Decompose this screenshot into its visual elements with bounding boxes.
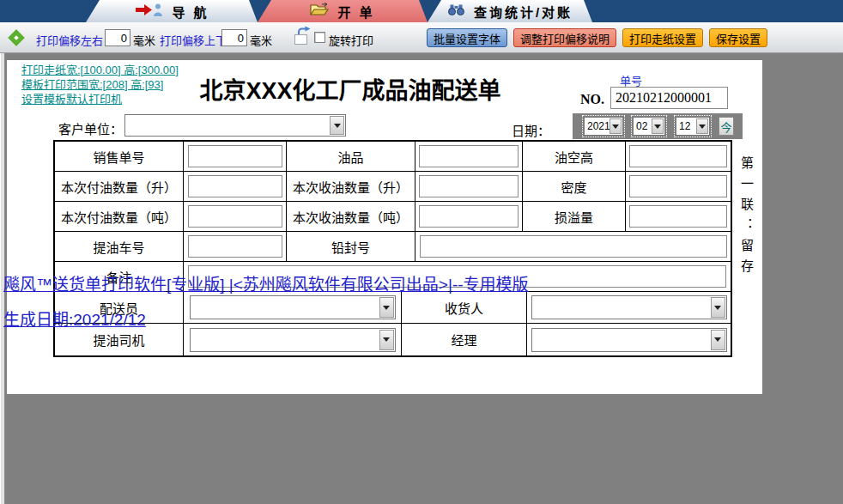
offset-ud-input[interactable] [221, 29, 247, 46]
driver-combo[interactable] [190, 328, 396, 352]
tab-bar: 导 航 开 单 查询统计/对账 [0, 0, 843, 22]
batch-font-button[interactable]: 批量设置字体 [427, 28, 507, 47]
table-row: 提油车号 铅封号 [55, 232, 731, 262]
tab-label: 导 航 [172, 3, 209, 21]
recv-volume-t-label: 本次收油数量（吨） [293, 208, 409, 226]
year-select[interactable]: 2021 [584, 117, 623, 136]
paper-size-link[interactable]: 打印走纸宽:[100.00] 高:[300.00] [21, 63, 179, 77]
day-select[interactable]: 12 [676, 117, 710, 136]
month-value: 02 [636, 120, 647, 132]
tab-query-stats[interactable]: 查询统计/对账 [428, 0, 592, 22]
loss-gain-input[interactable] [629, 205, 727, 228]
density-label: 密度 [561, 178, 586, 196]
customer-combo[interactable] [124, 114, 346, 137]
toolbar-buttons: 批量设置字体 调整打印偏移说明 打印走纸设置 保存设置 [427, 28, 767, 47]
software-watermark: 飚风™送货单打印软件[专业版] |<苏州飚风软件有限公司出品>|--专用模版 [3, 271, 529, 295]
table-row: 本次付油数量（吨） 本次收油数量（吨） 损溢量 [55, 202, 731, 232]
month-select[interactable]: 02 [633, 117, 665, 136]
pay-volume-t-label: 本次付油数量（吨） [61, 208, 177, 226]
truck-no-label: 提油车号 [93, 238, 144, 256]
paper-feed-settings-button[interactable]: 打印走纸设置 [622, 28, 703, 47]
driver-label: 提油司机 [93, 331, 144, 349]
sales-no-input[interactable] [188, 145, 282, 167]
chevron-down-icon[interactable] [696, 118, 708, 134]
order-no-input[interactable] [610, 87, 728, 109]
oil-product-input[interactable] [419, 145, 519, 167]
date-label: 日期： [512, 121, 550, 139]
open-folder-icon [310, 3, 329, 20]
template-canvas: 打印走纸宽:[100.00] 高:[300.00] 模板打印范围宽:[208] … [0, 53, 843, 504]
chevron-down-icon[interactable] [610, 118, 622, 134]
recv-volume-l-label: 本次收油数量（升） [293, 178, 409, 196]
manager-label: 经理 [451, 331, 476, 349]
chevron-down-icon[interactable] [711, 297, 725, 318]
offset-lr-label: 打印偏移左右 [36, 32, 103, 48]
toolbar: 打印偏移左右 毫米 打印偏移上下 毫米 旋转打印 批量设置字体 调整打印偏移说明… [0, 22, 843, 53]
loss-gain-label: 损溢量 [555, 208, 593, 226]
arrow-person-icon [134, 3, 163, 21]
rotate-print-label: 旋转打印 [329, 32, 373, 48]
unit-mm-label: 毫米 [250, 32, 272, 48]
tab-label: 查询统计/对账 [474, 3, 573, 21]
no-label: NO. [580, 92, 604, 107]
date-panel: 2021 02 12 今 [573, 113, 743, 139]
binoculars-icon [447, 3, 465, 19]
today-button[interactable]: 今 [719, 117, 734, 136]
generated-date-watermark: 生成日期:2021/2/12 [3, 307, 146, 330]
table-row: 销售单号 油品 油空高 [55, 142, 731, 172]
truck-no-input[interactable] [188, 235, 282, 258]
sales-no-label: 销售单号 [93, 148, 144, 166]
customer-label: 客户单位： [58, 119, 123, 137]
save-settings-button[interactable]: 保存设置 [709, 28, 767, 47]
year-value: 2021 [587, 120, 610, 132]
green-diamond-icon [5, 27, 27, 49]
seal-no-label: 铅封号 [331, 238, 370, 256]
print-template-page: 打印走纸宽:[100.00] 高:[300.00] 模板打印范围宽:[208] … [7, 60, 762, 394]
copy-number-label: 第一联：留存 [737, 156, 755, 280]
density-input[interactable] [629, 175, 727, 197]
default-printer-link[interactable]: 设置模板默认打印机 [21, 92, 179, 106]
rotate-page-icon [292, 26, 312, 50]
tab-create-order[interactable]: 开 单 [258, 0, 428, 22]
recv-volume-l-input[interactable] [419, 175, 519, 197]
adjust-offset-help-button[interactable]: 调整打印偏移说明 [513, 28, 616, 47]
receiver-label: 收货人 [445, 299, 483, 317]
offset-lr-input[interactable] [105, 29, 130, 46]
table-row: 本次付油数量（升） 本次收油数量（升） 密度 [55, 172, 731, 202]
receiver-combo[interactable] [531, 295, 727, 319]
oil-empty-height-label: 油空高 [555, 148, 593, 166]
manager-combo[interactable] [531, 328, 727, 352]
rotate-print-checkbox[interactable] [314, 32, 325, 43]
oil-empty-height-input[interactable] [629, 145, 727, 167]
pay-volume-t-input[interactable] [188, 205, 282, 228]
unit-mm-label: 毫米 [133, 32, 155, 48]
order-form-table: 销售单号 油品 油空高 本次付油数量（升） 本次收油数量（升） 密度 本次付油数… [53, 140, 732, 357]
chevron-down-icon[interactable] [330, 116, 344, 135]
oil-product-label: 油品 [337, 148, 363, 166]
template-settings-links: 打印走纸宽:[100.00] 高:[300.00] 模板打印范围宽:[208] … [21, 63, 179, 106]
chevron-down-icon[interactable] [652, 118, 664, 134]
offset-ud-label: 打印偏移上下 [160, 32, 227, 48]
chevron-down-icon[interactable] [379, 330, 394, 350]
seal-no-input[interactable] [420, 235, 727, 258]
deliverer-combo[interactable] [190, 295, 396, 319]
day-value: 12 [679, 120, 690, 132]
chevron-down-icon[interactable] [711, 330, 725, 350]
chevron-down-icon[interactable] [379, 297, 394, 318]
template-range-link[interactable]: 模板打印范围宽:[208] 高:[93] [21, 77, 179, 92]
tab-navigation[interactable]: 导 航 [86, 0, 258, 22]
pay-volume-l-input[interactable] [188, 175, 282, 197]
tab-label: 开 单 [337, 3, 374, 21]
table-row: 配送员 收货人 [55, 292, 731, 324]
recv-volume-t-input[interactable] [419, 205, 519, 228]
document-title: 北京XXX化工厂成品油配送单 [179, 72, 522, 106]
table-row: 提油司机 经理 [55, 324, 731, 355]
pay-volume-l-label: 本次付油数量（升） [61, 178, 177, 196]
